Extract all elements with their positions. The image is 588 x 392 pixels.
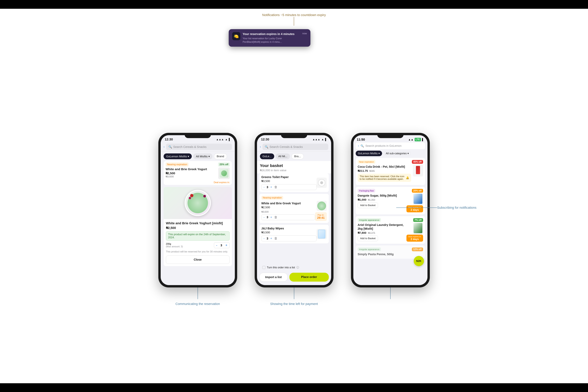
phone1-detail-info: White and Brie Greek Yoghurt [misfit] ₦2… [164,219,232,266]
phone2-item3-val: 3 [267,237,268,240]
phone2-place-order-btn[interactable]: Place order [289,273,329,282]
phone2-item3-minus[interactable]: - [263,236,264,240]
phone2-item1-minus[interactable]: - [263,185,264,189]
phone1-close-btn[interactable]: Close [166,256,229,264]
phone2-basket-item3-row: J&J Baby Wipes ₦3,500 - 3 + 🗑 [261,227,327,241]
phone2-item1-qty[interactable]: - 3 + 🗑 [261,184,317,190]
phone2-basket-title: Your basket [260,163,328,168]
phone1-filter-row: GoLemon Misfits ▾ All Misfits ▾ Brand [161,152,235,161]
phone3-filter-subcategories[interactable]: All sub-categories ▾ [384,151,411,156]
phone2-basket-item-2[interactable]: Nearing expiration White and Brie Greek … [259,194,329,223]
phone2-basket-item-3[interactable]: J&J Baby Wipes ₦3,500 - 3 + 🗑 [259,225,329,244]
phone2-back-arrow[interactable]: ‹ [260,145,261,149]
phone3-product1-name: Coca Cola Drink - Pet, 50cl [Misfit] [358,165,411,168]
phone2-wifi-icon: ▲ [321,138,324,141]
phone3-search-icon: 🔍 [361,144,364,148]
phone3-fab[interactable]: N2K [414,256,424,266]
phone3-battery-icon: ▌ [422,138,424,141]
phone2-item2-image [317,201,327,211]
phone3-product3-discount: 7% off [413,218,423,222]
phone1-qty-value: 3 [220,244,223,247]
phone1-qty-minus[interactable]: - [216,244,217,247]
phone1-line [198,288,198,299]
phone3-screen: 11:50 ▲▲ LTE ▌ ‹ 🔍 Search products in Go… [353,135,427,285]
phone2-item1-trash[interactable]: 🗑 [274,185,277,189]
phone2-item3-qty[interactable]: - 3 + 🗑 [261,236,317,241]
phone3-product2-discount: 20% off [412,189,423,193]
notification-app-icon: 🍋 [232,32,240,40]
phone2-bottom-actions: Turn this order into a list ⓘ Import a l… [257,264,331,282]
phone3-product3-price: ₦7,800 ₦8,375 [358,231,405,234]
phone1-search-bar[interactable]: 🔍 Search Cereals & Snacks [166,144,232,150]
phone2-search-bar[interactable]: 🔍 Search Cereals & Snacks [262,144,328,150]
phone1-product1-image [218,168,230,179]
phone2-turn-into-list[interactable]: Turn this order into a list ⓘ [259,264,329,271]
phone2-timer-label: Pay in: [317,214,325,216]
phone3-product1-row: Coca Cola Drink - Pet, 50cl [Misfit] ₦21… [358,165,423,183]
phone1-product-detail[interactable]: White and Brie Greek Yoghurt [misfit] ₦2… [164,187,232,266]
phone2-item3-trash[interactable]: 🗑 [274,236,277,240]
phone2-import-btn[interactable]: Import a list [259,273,288,282]
phone2-item2-price-old: ₦3,500 [261,210,315,213]
phone2-brand-label: Bra... [294,155,301,158]
notification-content: Your reservation expires in 4 minutes Yo… [243,32,300,44]
phone3-annotation-container: Subscribing for notifications [396,206,476,210]
phone2-filter-label: GoLe... [262,155,271,158]
phone2-basket-item-1[interactable]: Greens Toilet Paper ₦3,500 - 3 + 🗑 [259,174,329,192]
phone1-filter-brand[interactable]: Brand [214,154,227,159]
phone1-screen: 12:30 ▲▲▲ ▲ ▌ ‹ 🔍 Search Cereals & Snack… [161,135,235,285]
phone2-item1-plus[interactable]: + [270,185,272,189]
phone2-filter-row: GoLe... All Mi... Bra... [257,152,331,161]
phone2-item3-plus[interactable]: + [270,236,272,240]
phone2-checkbox[interactable] [262,266,265,269]
phone2-filter-brand[interactable]: Bra... [291,154,304,159]
phone3-search-bar[interactable]: ‹ 🔍 Search products in GoLemon [356,142,425,149]
phone3-time: 11:50 [357,138,365,142]
phone2-item2-qty[interactable]: - 3 + 🗑 [261,214,315,220]
phone1-weight-row: 200g (Max amount: 3) - 3 + [166,242,229,248]
phone1-back-arrow[interactable]: ‹ [164,145,165,149]
phone3-product1-badge: Near expiration [358,160,376,164]
phone1-qty-control[interactable]: - 3 + [214,242,229,248]
phone2-item2-trash[interactable]: 🗑 [274,216,277,219]
phone3-filter-golemon[interactable]: GoLemon Misfits ▾ [356,151,382,156]
phone1-product1-name: White and Brie Greek Yogurt [166,168,218,171]
phone3-product4-discount: 12% off [412,248,423,251]
phone3-bottom-line [390,288,391,299]
phone1-filter-golemon[interactable]: GoLemon Misfits ▾ [164,154,192,159]
phone2-item2-info: White and Brie Greek Yogurt ₦2,500 ₦3,50… [261,202,315,220]
phone2-item2-plus[interactable]: + [270,216,272,219]
phone1-product-card-1[interactable]: Nearing expiration 25% off White and Bri… [164,161,232,185]
phone3-product-4[interactable]: Irregular appearance 12% off Simply Past… [356,246,425,259]
notification-line [294,17,294,26]
phone3-product-1[interactable]: Near expiration 45% off Coca Cola Drink … [356,158,425,185]
phone3-product3-add-btn[interactable]: Add to Basket [358,236,378,241]
phone3-product2-add-btn[interactable]: Add to Basket [358,202,378,208]
bell-icon[interactable]: 🔔 [406,176,409,180]
phone1-qty-plus[interactable]: + [225,244,227,247]
phone2-search-icon: 🔍 [265,145,268,148]
phone2-battery-icon: ▌ [325,138,327,141]
deal-expires-days2: 2 days [408,238,421,241]
phone2-basket-value: ₦16,000 in item value [260,168,328,172]
phone3-product-2[interactable]: Packaging flaw 20% off Dangote Sugar, 50… [356,187,425,214]
notification-popup[interactable]: 🍋 Your reservation expires in 4 minutes … [229,29,311,47]
phone3-product-3[interactable]: Irregular appearance 7% off Ariel Origin… [356,216,425,244]
phone1-filter-misfits[interactable]: All Misfits ▾ [193,154,212,159]
phone2-item2-minus[interactable]: - [263,216,264,219]
phone3-back-arrow[interactable]: ‹ [358,144,359,148]
phone3-product3-name: Ariel Original Laundry Detergent, 2kg [M… [358,223,405,230]
phone3-product2-image [413,194,423,205]
phone2-annotation: Showing the time left for payment [270,302,318,306]
phone2-item2-val: 3 [267,216,268,219]
phone2-filter-misfits[interactable]: All Mi... [276,154,290,159]
phone2-btn-row: Import a list Place order [259,273,329,282]
phone2-screen: 12:30 ▲▲▲ ▲ ▌ ‹ 🔍 Search Cereals & Snack… [257,135,331,285]
phone3-subcategories-label: All sub-categories ▾ [386,152,409,155]
phone2-line [294,288,294,299]
phone1-detail-name: White and Brie Greek Yoghurt [misfit] [166,222,229,225]
phone2-item2-badge: Nearing expiration [261,196,283,200]
phone3-product1-image [413,165,423,176]
phone2-item1-val: 3 [267,186,268,189]
phone2-filter-golemon[interactable]: GoLe... [260,154,274,159]
